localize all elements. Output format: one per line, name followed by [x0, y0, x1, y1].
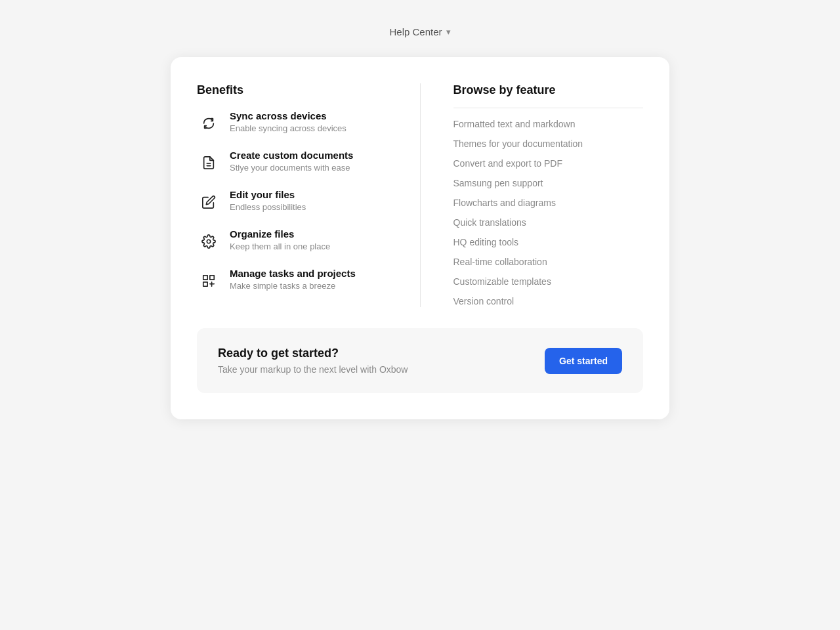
feature-export-pdf[interactable]: Convert and export to PDF: [453, 158, 644, 169]
feature-version-control[interactable]: Version control: [453, 296, 644, 306]
svg-point-2: [207, 240, 211, 243]
feature-hq-editing[interactable]: HQ editing tools: [453, 237, 644, 247]
benefit-text-tasks: Manage tasks and projects Make simple ta…: [230, 268, 356, 291]
benefit-subtitle-custom-docs: Stlye your documents with ease: [230, 163, 353, 173]
top-nav[interactable]: Help Center ▾: [389, 26, 450, 37]
browse-separator: [453, 108, 644, 108]
feature-list: Formatted text and markdown Themes for y…: [453, 119, 644, 306]
benefit-title-edit-files: Edit your files: [230, 189, 306, 200]
main-content: Benefits Sync across devices Enable sync…: [197, 83, 643, 307]
benefit-title-organize: Organize files: [230, 228, 330, 240]
svg-rect-3: [203, 276, 207, 280]
benefit-item-sync: Sync across devices Enable syncing acros…: [197, 110, 387, 135]
get-started-button[interactable]: Get started: [545, 348, 622, 374]
cta-text: Ready to get started? Take your markup t…: [218, 346, 408, 375]
benefits-section: Benefits Sync across devices Enable sync…: [197, 83, 387, 307]
main-card: Benefits Sync across devices Enable sync…: [171, 57, 669, 419]
feature-flowcharts[interactable]: Flowcharts and diagrams: [453, 198, 644, 208]
feature-themes[interactable]: Themes for your documentation: [453, 138, 644, 149]
feature-translations[interactable]: Quick translations: [453, 217, 644, 228]
benefits-title: Benefits: [197, 83, 387, 97]
cta-section: Ready to get started? Take your markup t…: [197, 328, 643, 393]
benefit-subtitle-organize: Keep them all in one place: [230, 242, 330, 251]
edit-icon: [197, 190, 220, 214]
browse-section: Browse by feature Formatted text and mar…: [453, 83, 644, 307]
benefit-title-tasks: Manage tasks and projects: [230, 268, 356, 279]
feature-formatted-text[interactable]: Formatted text and markdown: [453, 119, 644, 129]
benefit-subtitle-sync: Enable syncing across devices: [230, 123, 346, 133]
benefit-text-edit-files: Edit your files Endless possibilities: [230, 189, 306, 212]
benefit-item-edit-files: Edit your files Endless possibilities: [197, 189, 387, 214]
benefit-item-tasks: Manage tasks and projects Make simple ta…: [197, 268, 387, 293]
cta-title: Ready to get started?: [218, 346, 408, 360]
benefit-subtitle-tasks: Make simple tasks a breeze: [230, 281, 356, 291]
benefit-text-organize: Organize files Keep them all in one plac…: [230, 228, 330, 251]
svg-rect-5: [203, 282, 207, 286]
chevron-down-icon: ▾: [446, 27, 451, 37]
benefit-text-custom-docs: Create custom documents Stlye your docum…: [230, 150, 353, 173]
benefit-subtitle-edit-files: Endless possibilities: [230, 202, 306, 212]
feature-realtime-collab[interactable]: Real-time collaboration: [453, 257, 644, 267]
cta-subtitle: Take your markup to the next level with …: [218, 364, 408, 375]
benefit-title-custom-docs: Create custom documents: [230, 150, 353, 161]
top-nav-label: Help Center: [389, 26, 442, 37]
vertical-divider: [420, 83, 421, 307]
feature-samsung-pen[interactable]: Samsung pen support: [453, 178, 644, 188]
tasks-icon: [197, 269, 220, 293]
benefit-item-custom-docs: Create custom documents Stlye your docum…: [197, 150, 387, 175]
svg-rect-4: [210, 276, 214, 280]
organize-icon: [197, 230, 220, 253]
benefit-title-sync: Sync across devices: [230, 110, 346, 121]
sync-icon: [197, 112, 220, 135]
benefit-item-organize: Organize files Keep them all in one plac…: [197, 228, 387, 253]
benefit-text-sync: Sync across devices Enable syncing acros…: [230, 110, 346, 133]
document-icon: [197, 151, 220, 175]
browse-title: Browse by feature: [453, 83, 644, 97]
feature-templates[interactable]: Customizable templates: [453, 276, 644, 287]
